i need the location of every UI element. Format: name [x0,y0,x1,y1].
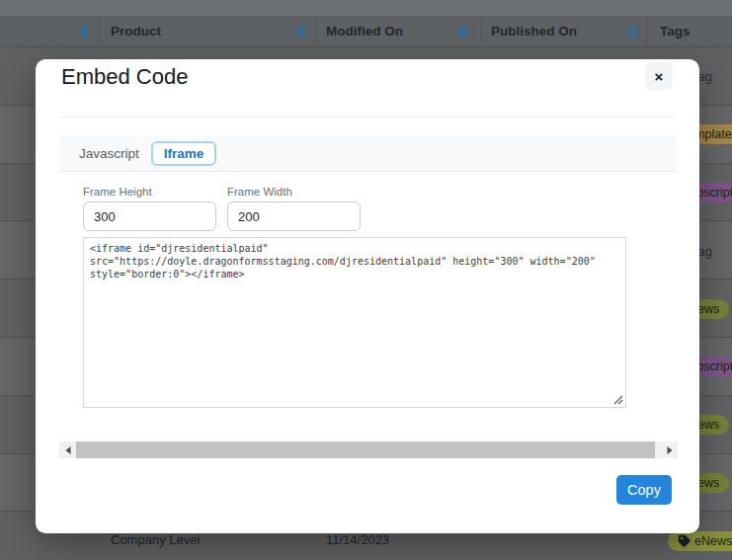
embed-tabbar: Javascript Iframe [59,135,676,172]
table-header: ProductModified OnPublished OnTags [0,16,732,47]
tag-icon [678,534,691,547]
embed-code-wrap [83,237,626,408]
close-icon: × [655,68,664,85]
sort-icon[interactable] [79,25,89,39]
arrow-left-icon [61,446,70,454]
column-header-published-on: Published On [491,16,577,47]
frame-height-input[interactable] [83,201,216,231]
tab-iframe[interactable]: Iframe [151,141,217,166]
column-header-tags: Tags [660,16,691,47]
embed-code-modal: Embed Code × Javascript Iframe Frame Hei… [36,59,699,533]
embed-code-textarea[interactable] [83,237,626,408]
scrollbar-track[interactable] [76,441,661,458]
column-divider [481,18,482,44]
close-button[interactable]: × [645,62,673,90]
arrow-right-icon [667,446,676,454]
scrollbar-thumb[interactable] [76,441,655,458]
copy-button[interactable]: Copy [616,475,672,505]
sort-icon[interactable] [296,25,306,39]
tag-chip-label: eNews [694,534,732,548]
sort-icon[interactable] [457,25,467,39]
scroll-right-button[interactable] [661,441,678,458]
column-header-product: Product [111,16,161,47]
cell-modified-on: 11/14/2023 [326,532,389,547]
header-divider [59,117,676,118]
frame-width-label: Frame Width [227,186,292,198]
modal-title: Embed Code [61,64,188,90]
tab-javascript[interactable]: Javascript [79,146,139,161]
tag-chip: eNews [668,531,732,551]
sort-icon[interactable] [627,25,637,39]
column-divider [99,18,100,44]
column-divider [316,18,317,44]
horizontal-scrollbar[interactable] [59,441,678,458]
column-divider [647,18,648,44]
frame-height-label: Frame Height [83,186,152,198]
frame-width-input[interactable] [227,201,361,231]
scroll-left-button[interactable] [59,441,76,458]
resize-handle-icon[interactable] [613,395,623,405]
column-header-modified-on: Modified On [326,16,403,47]
cell-product: Company Level [111,532,200,547]
